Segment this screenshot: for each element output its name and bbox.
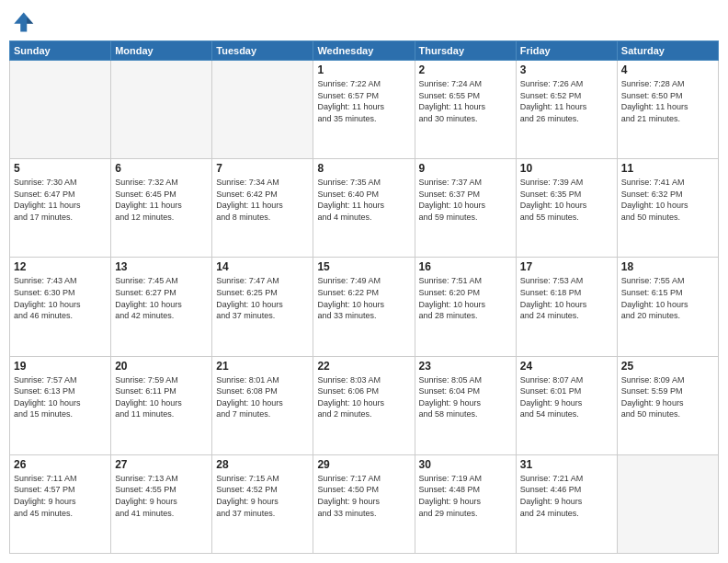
cell-info: Sunrise: 7:28 AM Sunset: 6:50 PM Dayligh… — [621, 78, 714, 124]
calendar-day-header: Sunday — [10, 41, 111, 61]
calendar-cell: 16Sunrise: 7:51 AM Sunset: 6:20 PM Dayli… — [415, 258, 516, 356]
cell-info: Sunrise: 7:26 AM Sunset: 6:52 PM Dayligh… — [520, 78, 613, 124]
cell-info: Sunrise: 7:45 AM Sunset: 6:27 PM Dayligh… — [115, 275, 208, 321]
calendar-cell: 2Sunrise: 7:24 AM Sunset: 6:55 PM Daylig… — [415, 61, 516, 159]
cell-info: Sunrise: 8:07 AM Sunset: 6:01 PM Dayligh… — [520, 374, 613, 420]
day-number: 31 — [520, 458, 613, 471]
day-number: 1 — [317, 63, 410, 76]
cell-info: Sunrise: 7:37 AM Sunset: 6:37 PM Dayligh… — [419, 177, 512, 223]
day-number: 3 — [520, 63, 613, 76]
cell-info: Sunrise: 7:32 AM Sunset: 6:45 PM Dayligh… — [115, 177, 208, 223]
calendar-cell: 30Sunrise: 7:19 AM Sunset: 4:48 PM Dayli… — [415, 454, 516, 553]
cell-info: Sunrise: 7:17 AM Sunset: 4:50 PM Dayligh… — [317, 473, 410, 519]
cell-info: Sunrise: 7:59 AM Sunset: 6:11 PM Dayligh… — [115, 374, 208, 420]
calendar-cell: 26Sunrise: 7:11 AM Sunset: 4:57 PM Dayli… — [10, 454, 111, 553]
day-number: 20 — [115, 360, 208, 373]
day-number: 9 — [419, 162, 512, 175]
calendar-cell: 25Sunrise: 8:09 AM Sunset: 5:59 PM Dayli… — [617, 356, 718, 454]
day-number: 30 — [419, 458, 512, 471]
day-number: 10 — [520, 162, 613, 175]
cell-info: Sunrise: 7:24 AM Sunset: 6:55 PM Dayligh… — [419, 78, 512, 124]
cell-info: Sunrise: 7:21 AM Sunset: 4:46 PM Dayligh… — [520, 473, 613, 519]
calendar-day-header: Thursday — [415, 41, 516, 61]
calendar-cell: 3Sunrise: 7:26 AM Sunset: 6:52 PM Daylig… — [516, 61, 617, 159]
cell-info: Sunrise: 8:05 AM Sunset: 6:04 PM Dayligh… — [419, 374, 512, 420]
cell-info: Sunrise: 7:53 AM Sunset: 6:18 PM Dayligh… — [520, 275, 613, 321]
day-number: 13 — [115, 260, 208, 273]
cell-info: Sunrise: 7:43 AM Sunset: 6:30 PM Dayligh… — [14, 275, 107, 321]
calendar-cell — [111, 61, 212, 159]
day-number: 23 — [419, 360, 512, 373]
cell-info: Sunrise: 7:47 AM Sunset: 6:25 PM Dayligh… — [216, 275, 309, 321]
cell-info: Sunrise: 7:55 AM Sunset: 6:15 PM Dayligh… — [621, 275, 714, 321]
logo — [9, 9, 39, 35]
calendar-cell: 12Sunrise: 7:43 AM Sunset: 6:30 PM Dayli… — [10, 258, 111, 356]
day-number: 26 — [14, 458, 107, 471]
day-number: 7 — [216, 162, 309, 175]
cell-info: Sunrise: 7:57 AM Sunset: 6:13 PM Dayligh… — [14, 374, 107, 420]
day-number: 12 — [14, 260, 107, 273]
cell-info: Sunrise: 8:09 AM Sunset: 5:59 PM Dayligh… — [621, 374, 714, 420]
svg-marker-1 — [27, 17, 33, 24]
day-number: 2 — [419, 63, 512, 76]
day-number: 11 — [621, 162, 714, 175]
cell-info: Sunrise: 7:15 AM Sunset: 4:52 PM Dayligh… — [216, 473, 309, 519]
day-number: 16 — [419, 260, 512, 273]
calendar-week-row: 1Sunrise: 7:22 AM Sunset: 6:57 PM Daylig… — [10, 61, 719, 159]
calendar-cell: 28Sunrise: 7:15 AM Sunset: 4:52 PM Dayli… — [212, 454, 313, 553]
day-number: 5 — [14, 162, 107, 175]
calendar-day-header: Friday — [516, 41, 617, 61]
calendar-day-header: Wednesday — [313, 41, 415, 61]
calendar-cell: 29Sunrise: 7:17 AM Sunset: 4:50 PM Dayli… — [313, 454, 415, 553]
calendar-cell — [10, 61, 111, 159]
cell-info: Sunrise: 7:49 AM Sunset: 6:22 PM Dayligh… — [317, 275, 410, 321]
calendar-cell: 20Sunrise: 7:59 AM Sunset: 6:11 PM Dayli… — [111, 356, 212, 454]
calendar-cell: 27Sunrise: 7:13 AM Sunset: 4:55 PM Dayli… — [111, 454, 212, 553]
calendar-cell: 19Sunrise: 7:57 AM Sunset: 6:13 PM Dayli… — [10, 356, 111, 454]
day-number: 29 — [317, 458, 410, 471]
calendar-header-row: SundayMondayTuesdayWednesdayThursdayFrid… — [10, 41, 719, 61]
day-number: 22 — [317, 360, 410, 373]
cell-info: Sunrise: 7:30 AM Sunset: 6:47 PM Dayligh… — [14, 177, 107, 223]
day-number: 21 — [216, 360, 309, 373]
cell-info: Sunrise: 7:34 AM Sunset: 6:42 PM Dayligh… — [216, 177, 309, 223]
calendar-day-header: Saturday — [617, 41, 718, 61]
header — [9, 9, 719, 35]
day-number: 8 — [317, 162, 410, 175]
calendar-cell: 21Sunrise: 8:01 AM Sunset: 6:08 PM Dayli… — [212, 356, 313, 454]
cell-info: Sunrise: 8:03 AM Sunset: 6:06 PM Dayligh… — [317, 374, 410, 420]
day-number: 25 — [621, 360, 714, 373]
calendar-week-row: 19Sunrise: 7:57 AM Sunset: 6:13 PM Dayli… — [10, 356, 719, 454]
day-number: 27 — [115, 458, 208, 471]
day-number: 28 — [216, 458, 309, 471]
day-number: 17 — [520, 260, 613, 273]
day-number: 6 — [115, 162, 208, 175]
logo-icon — [9, 9, 35, 35]
day-number: 14 — [216, 260, 309, 273]
calendar-cell: 23Sunrise: 8:05 AM Sunset: 6:04 PM Dayli… — [415, 356, 516, 454]
day-number: 19 — [14, 360, 107, 373]
calendar-cell: 24Sunrise: 8:07 AM Sunset: 6:01 PM Dayli… — [516, 356, 617, 454]
calendar-cell: 10Sunrise: 7:39 AM Sunset: 6:35 PM Dayli… — [516, 159, 617, 258]
calendar-cell: 7Sunrise: 7:34 AM Sunset: 6:42 PM Daylig… — [212, 159, 313, 258]
calendar-week-row: 12Sunrise: 7:43 AM Sunset: 6:30 PM Dayli… — [10, 258, 719, 356]
day-number: 24 — [520, 360, 613, 373]
calendar-day-header: Monday — [111, 41, 212, 61]
calendar-cell: 1Sunrise: 7:22 AM Sunset: 6:57 PM Daylig… — [313, 61, 415, 159]
calendar-table: SundayMondayTuesdayWednesdayThursdayFrid… — [9, 40, 719, 554]
calendar-cell: 13Sunrise: 7:45 AM Sunset: 6:27 PM Dayli… — [111, 258, 212, 356]
cell-info: Sunrise: 7:13 AM Sunset: 4:55 PM Dayligh… — [115, 473, 208, 519]
calendar-cell: 22Sunrise: 8:03 AM Sunset: 6:06 PM Dayli… — [313, 356, 415, 454]
calendar-cell: 31Sunrise: 7:21 AM Sunset: 4:46 PM Dayli… — [516, 454, 617, 553]
calendar-cell: 11Sunrise: 7:41 AM Sunset: 6:32 PM Dayli… — [617, 159, 718, 258]
page: SundayMondayTuesdayWednesdayThursdayFrid… — [0, 0, 728, 563]
calendar-week-row: 5Sunrise: 7:30 AM Sunset: 6:47 PM Daylig… — [10, 159, 719, 258]
calendar-cell: 8Sunrise: 7:35 AM Sunset: 6:40 PM Daylig… — [313, 159, 415, 258]
calendar-cell: 18Sunrise: 7:55 AM Sunset: 6:15 PM Dayli… — [617, 258, 718, 356]
calendar-cell: 9Sunrise: 7:37 AM Sunset: 6:37 PM Daylig… — [415, 159, 516, 258]
cell-info: Sunrise: 7:51 AM Sunset: 6:20 PM Dayligh… — [419, 275, 512, 321]
cell-info: Sunrise: 8:01 AM Sunset: 6:08 PM Dayligh… — [216, 374, 309, 420]
calendar-cell: 17Sunrise: 7:53 AM Sunset: 6:18 PM Dayli… — [516, 258, 617, 356]
calendar-cell: 14Sunrise: 7:47 AM Sunset: 6:25 PM Dayli… — [212, 258, 313, 356]
calendar-cell — [617, 454, 718, 553]
